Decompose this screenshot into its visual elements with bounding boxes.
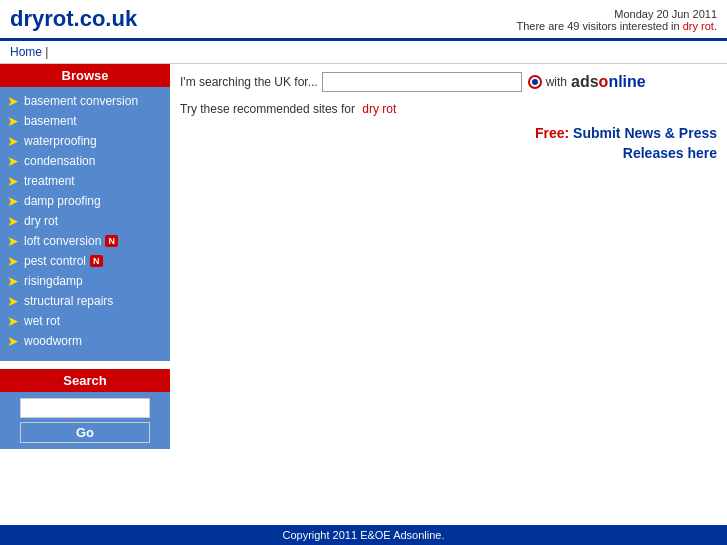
submit-text: Submit News & Press [573,125,717,141]
bullet-icon: ➤ [6,213,20,229]
adsonline-logo: adsonline [571,73,646,91]
recommended-prefix: Try these recommended sites for [180,102,355,116]
recommended-link[interactable]: dry rot [362,102,396,116]
new-badge: N [90,255,103,267]
sidebar-item-loft-conversion[interactable]: ➤ loft conversion N [0,231,170,251]
sidebar-item-label: structural repairs [24,294,113,308]
releases-here: Releases here [180,144,717,164]
sidebar-item-label: basement [24,114,77,128]
sidebar-item-label: condensation [24,154,95,168]
bullet-icon: ➤ [6,253,20,269]
bullet-icon: ➤ [6,233,20,249]
bullet-icon: ➤ [6,153,20,169]
free-label: Free: [535,125,569,141]
bullet-icon: ➤ [6,273,20,289]
sidebar-item-waterproofing[interactable]: ➤ waterproofing [0,131,170,151]
search-header: Search [0,369,170,392]
search-row: I'm searching the UK for... with adsonli… [180,72,717,92]
bullet-icon: ➤ [6,113,20,129]
sidebar-item-risingdamp[interactable]: ➤ risingdamp [0,271,170,291]
nav-separator: | [45,45,48,59]
bullet-icon: ➤ [6,293,20,309]
radio-inner [532,79,538,85]
radio-button[interactable] [528,75,542,89]
sidebar-item-label: dry rot [24,214,58,228]
search-radio-area[interactable]: with adsonline [528,73,646,91]
main-layout: Browse ➤ basement conversion ➤ basement … [0,64,727,464]
sidebar-item-dry-rot[interactable]: ➤ dry rot [0,211,170,231]
sidebar-item-woodworm[interactable]: ➤ woodworm [0,331,170,351]
go-button[interactable]: Go [20,422,150,443]
bullet-icon: ➤ [6,173,20,189]
nav-bar: Home | [0,41,727,64]
sidebar-item-damp-proofing[interactable]: ➤ damp proofing [0,191,170,211]
sidebar: Browse ➤ basement conversion ➤ basement … [0,64,170,464]
content-area: I'm searching the UK for... with adsonli… [170,64,727,171]
with-label: with [546,75,567,89]
sidebar-item-label: waterproofing [24,134,97,148]
bullet-icon: ➤ [6,313,20,329]
visitors-link[interactable]: dry rot [683,20,714,32]
free-submit-area: Free: Submit News & Press Releases here [180,124,717,163]
browse-header: Browse [0,64,170,87]
bullet-icon: ➤ [6,193,20,209]
bullet-icon: ➤ [6,93,20,109]
sidebar-item-condensation[interactable]: ➤ condensation [0,151,170,171]
search-label: I'm searching the UK for... [180,75,318,89]
sidebar-item-label: damp proofing [24,194,101,208]
sidebar-item-label: wet rot [24,314,60,328]
visitors-text: There are 49 visitors interested in [516,20,679,32]
sidebar-item-label: pest control [24,254,86,268]
site-title: dryrot.co.uk [10,6,137,32]
sidebar-item-label: woodworm [24,334,82,348]
sidebar-item-label: loft conversion [24,234,101,248]
sidebar-item-basement[interactable]: ➤ basement [0,111,170,131]
sidebar-item-treatment[interactable]: ➤ treatment [0,171,170,191]
bullet-icon: ➤ [6,133,20,149]
sidebar-item-label: treatment [24,174,75,188]
header-date: Monday 20 Jun 2011 [614,8,717,20]
sidebar-item-structural-repairs[interactable]: ➤ structural repairs [0,291,170,311]
sidebar-item-pest-control[interactable]: ➤ pest control N [0,251,170,271]
ads-o: o [599,73,609,90]
recommended-row: Try these recommended sites for dry rot [180,102,717,116]
sidebar-item-label: basement conversion [24,94,138,108]
copyright-text: Copyright 2011 E&OE Adsonline. [282,529,444,541]
header-right: Monday 20 Jun 2011 There are 49 visitors… [516,8,717,32]
bullet-icon: ➤ [6,333,20,349]
home-link[interactable]: Home [10,45,42,59]
main-search-input[interactable] [322,72,522,92]
sidebar-list: ➤ basement conversion ➤ basement ➤ water… [0,87,170,361]
sidebar-item-basement-conversion[interactable]: ➤ basement conversion [0,91,170,111]
footer: Copyright 2011 E&OE Adsonline. [0,525,727,545]
sidebar-item-wet-rot[interactable]: ➤ wet rot [0,311,170,331]
sidebar-search-input[interactable] [20,398,150,418]
new-badge: N [105,235,118,247]
ads-text: ads [571,73,599,90]
header: dryrot.co.uk Monday 20 Jun 2011 There ar… [0,0,727,41]
ads-nline: nline [608,73,645,90]
sidebar-item-label: risingdamp [24,274,83,288]
visitors-period: . [714,20,717,32]
sidebar-search-area: Go [0,392,170,449]
